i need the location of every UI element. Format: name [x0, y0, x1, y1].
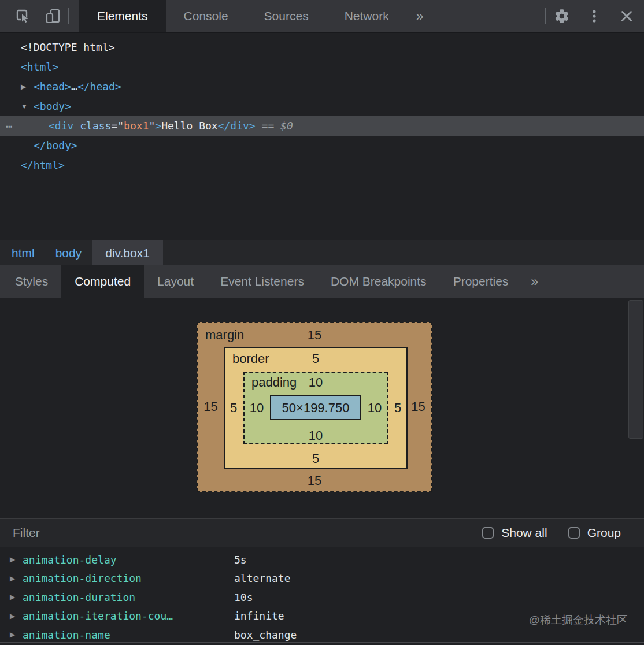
property-value: 5s: [234, 554, 247, 566]
twisty-collapsed-icon[interactable]: ▶: [0, 612, 23, 620]
dom-node-line[interactable]: </body>: [0, 136, 644, 155]
devtools-toolbar: ElementsConsoleSourcesNetwork »: [0, 0, 644, 33]
dom-node-line[interactable]: <!DOCTYPE html>: [0, 38, 644, 57]
sidebar-tab-styles[interactable]: Styles: [2, 265, 61, 298]
border-right-value[interactable]: 5: [389, 401, 406, 416]
computed-properties-list: @稀土掘金技术社区 ▶animation-delay5s▶animation-d…: [0, 547, 644, 645]
computed-pane: margin 15 15 15 15 border 5 5 5 5 paddin…: [0, 298, 644, 518]
code-token: Hello Box: [161, 120, 218, 132]
code-token: <body>: [34, 100, 71, 112]
border-left-value[interactable]: 5: [225, 401, 242, 416]
tab-console[interactable]: Console: [166, 0, 246, 32]
watermark: @稀土掘金技术社区: [529, 613, 628, 628]
margin-left-value[interactable]: 15: [198, 399, 224, 414]
tab-sources[interactable]: Sources: [246, 0, 327, 32]
code-token: <div: [49, 120, 73, 132]
property-name: animation-iteration-cou…: [23, 610, 234, 622]
show-all-checkbox-box[interactable]: [482, 527, 494, 539]
dom-node-line[interactable]: </html>: [0, 155, 644, 175]
property-name: animation-direction: [23, 572, 234, 584]
sidebar-more-tabs-button[interactable]: »: [521, 265, 547, 298]
sidebar-tabs-list: StylesComputedLayoutEvent ListenersDOM B…: [2, 265, 521, 298]
twisty-collapsed-icon[interactable]: ▶: [0, 593, 23, 601]
breadcrumb-item-div-box1[interactable]: div.box1: [92, 240, 163, 265]
vertical-scrollbar-thumb[interactable]: [628, 300, 643, 439]
inspect-cursor-icon: [14, 8, 32, 25]
code-token: ": [149, 120, 155, 132]
code-token: ==: [256, 120, 280, 132]
sidebar-tab-properties[interactable]: Properties: [440, 265, 522, 298]
margin-right-value[interactable]: 15: [405, 399, 431, 414]
twisty-collapsed-icon[interactable]: ▶: [0, 555, 23, 564]
overflow-menu-icon[interactable]: ⋯: [6, 116, 13, 136]
padding-bottom-value[interactable]: 10: [245, 428, 387, 443]
devtools-tabs: ElementsConsoleSourcesNetwork: [79, 0, 407, 32]
property-value: 10s: [234, 591, 253, 603]
code-token: </html>: [21, 159, 65, 171]
content-size: 50×199.750: [282, 401, 350, 416]
breadcrumb-item-html[interactable]: html: [1, 240, 45, 265]
gear-icon: [554, 8, 570, 24]
more-options-button[interactable]: [578, 0, 610, 32]
code-token: <!DOCTYPE html>: [21, 41, 115, 53]
computed-property-row[interactable]: ▶animation-duration10s: [0, 588, 644, 607]
elements-tree: <!DOCTYPE html><html>▶<head>…</head>▼<bo…: [0, 33, 644, 240]
dom-node-line[interactable]: ⋯<div class="box1">Hello Box</div> == $0: [0, 116, 644, 136]
code-token: >: [155, 120, 161, 132]
settings-button[interactable]: [546, 0, 578, 32]
tab-network[interactable]: Network: [327, 0, 407, 32]
padding-left-value[interactable]: 10: [245, 401, 269, 416]
code-token: </head>: [77, 80, 121, 92]
computed-property-row[interactable]: ▶animation-directionalternate: [0, 569, 644, 588]
property-name: animation-name: [23, 629, 234, 641]
tab-elements[interactable]: Elements: [79, 0, 166, 32]
padding-top-value[interactable]: 10: [245, 375, 387, 390]
property-value: infinite: [234, 610, 284, 622]
sidebar-tab-event-listeners[interactable]: Event Listeners: [207, 265, 317, 298]
margin-top-value[interactable]: 15: [198, 328, 431, 343]
breadcrumb-item-body[interactable]: body: [45, 240, 92, 265]
box-model-padding[interactable]: padding 10 10 10 10 50×199.750: [243, 372, 388, 444]
code-token: $0: [280, 120, 293, 132]
device-toolbar-button[interactable]: [38, 0, 68, 32]
sidebar-tab-layout[interactable]: Layout: [144, 265, 207, 298]
code-token: box1: [124, 120, 149, 132]
toolbar-right: [545, 0, 644, 32]
border-top-value[interactable]: 5: [225, 351, 406, 366]
twisty-collapsed-icon[interactable]: ▶: [0, 574, 23, 583]
filter-bar: Show all Group: [0, 518, 644, 547]
group-checkbox[interactable]: Group: [568, 526, 621, 540]
property-name: animation-delay: [23, 554, 234, 566]
dom-node-line[interactable]: ▼<body>: [0, 97, 644, 116]
sidebar-tabs: StylesComputedLayoutEvent ListenersDOM B…: [0, 265, 644, 298]
code-token: <html>: [21, 61, 58, 73]
show-all-label: Show all: [501, 526, 547, 540]
computed-property-row[interactable]: ▶animation-delay5s: [0, 550, 644, 569]
margin-bottom-value[interactable]: 15: [198, 473, 431, 488]
inspect-element-button[interactable]: [8, 0, 38, 32]
property-value: alternate: [234, 572, 291, 584]
sidebar-tab-dom-breakpoints[interactable]: DOM Breakpoints: [317, 265, 440, 298]
twisty-collapsed-icon[interactable]: ▶: [0, 631, 23, 639]
property-value: box_change: [234, 629, 297, 641]
twisty-collapsed-icon[interactable]: ▶: [21, 77, 26, 97]
close-devtools-button[interactable]: [610, 0, 643, 32]
box-model-content[interactable]: 50×199.750: [270, 395, 361, 420]
dom-node-line[interactable]: ▶<head>…</head>: [0, 77, 644, 97]
group-checkbox-box[interactable]: [568, 527, 580, 539]
code-token: [73, 120, 80, 132]
filter-input[interactable]: [12, 525, 461, 540]
code-token: …: [71, 80, 77, 92]
breadcrumb: htmlbodydiv.box1: [0, 240, 644, 265]
padding-right-value[interactable]: 10: [362, 401, 387, 416]
box-model-margin[interactable]: margin 15 15 15 15 border 5 5 5 5 paddin…: [197, 322, 432, 492]
dom-node-line[interactable]: <html>: [0, 57, 644, 77]
code-token: <head>: [34, 80, 71, 92]
box-model-border[interactable]: border 5 5 5 5 padding 10 10 10 10 50×19…: [224, 347, 408, 469]
more-tabs-button[interactable]: »: [407, 0, 433, 32]
property-name: animation-duration: [23, 591, 234, 603]
border-bottom-value[interactable]: 5: [225, 451, 406, 466]
sidebar-tab-computed[interactable]: Computed: [61, 265, 144, 298]
twisty-expanded-icon[interactable]: ▼: [21, 97, 28, 116]
show-all-checkbox[interactable]: Show all: [482, 526, 547, 540]
